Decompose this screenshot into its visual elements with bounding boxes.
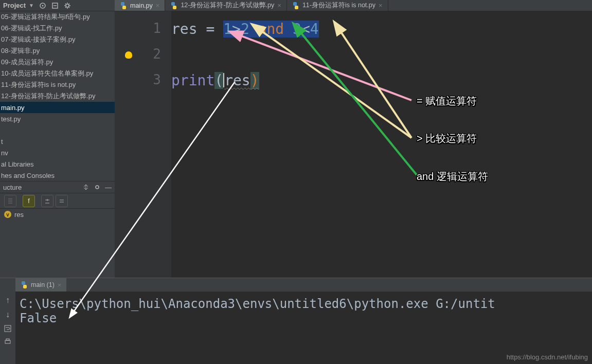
- extra-list: tnval Librarieshes and Consoles: [0, 136, 115, 181]
- file-item[interactable]: 09-成员运算符.py: [0, 57, 115, 68]
- python-icon: [21, 281, 28, 288]
- console-tab[interactable]: main (1) ×: [15, 278, 66, 292]
- file-item[interactable]: test.py: [0, 113, 115, 124]
- collapse-icon[interactable]: [51, 2, 59, 9]
- file-item[interactable]: 05-逻辑运算符结果与if语句.py: [0, 11, 115, 23]
- file-item[interactable]: 12-身份运算符-防止考试做弊.py: [0, 90, 115, 102]
- structure-label: ucture: [3, 184, 22, 191]
- code-line: [171, 46, 319, 72]
- project-toolbar: Project ▼: [0, 0, 115, 11]
- watermark: https://blog.csdn.net/ifubing: [507, 353, 588, 361]
- sort-icon[interactable]: [4, 195, 16, 207]
- collapse-all-icon[interactable]: [56, 195, 68, 207]
- editor-tab[interactable]: 11-身份运算符is is not.py×: [287, 0, 388, 11]
- tab-label: 11-身份运算符is is not.py: [302, 1, 375, 10]
- editor-tab[interactable]: 12-身份运算符-防止考试做弊.py×: [165, 0, 287, 11]
- console-tab-label: main (1): [31, 281, 55, 288]
- tab-label: main.py: [130, 2, 153, 9]
- structure-variable[interactable]: v res: [0, 209, 115, 220]
- file-item[interactable]: 10-成员运算符失信名单案例.py: [0, 68, 115, 79]
- annotation-logic: and 逻辑运算符: [417, 170, 488, 184]
- tree-item[interactable]: t: [0, 136, 115, 147]
- project-label[interactable]: Project: [3, 2, 26, 9]
- up-arrow-icon[interactable]: ↑: [6, 296, 10, 305]
- svg-point-1: [42, 5, 43, 6]
- variable-name: res: [14, 211, 24, 219]
- editor-tabs: main.py×12-身份运算符-防止考试做弊.py×11-身份运算符is is…: [115, 0, 592, 11]
- tree-item[interactable]: al Libraries: [0, 158, 115, 170]
- tree-item[interactable]: nv: [0, 147, 115, 158]
- wrap-icon[interactable]: [4, 324, 12, 333]
- close-icon[interactable]: ×: [277, 2, 281, 9]
- line-number: 3: [115, 72, 171, 98]
- structure-panel-header: ucture —: [0, 181, 115, 193]
- gear-icon[interactable]: [64, 2, 71, 9]
- line-number: 2: [115, 46, 171, 72]
- annotation-assign: = 赋值运算符: [417, 94, 477, 108]
- file-item[interactable]: 07-逻辑或-接孩子案例.py: [0, 34, 115, 45]
- structure-toolbar: f: [0, 193, 115, 209]
- svg-rect-7: [5, 340, 10, 343]
- code-line: res = 1>2 and 3<4: [171, 21, 319, 46]
- expand-icon[interactable]: [82, 184, 89, 191]
- console-tabs: main (1) ×: [0, 278, 592, 292]
- tab-label: 12-身份运算符-防止考试做弊.py: [181, 1, 274, 10]
- code-line: print(res): [171, 72, 319, 98]
- close-icon[interactable]: ×: [156, 2, 160, 9]
- close-icon[interactable]: ×: [379, 2, 383, 9]
- console-output[interactable]: C:\Users\python_hui\Anaconda3\envs\untit…: [20, 297, 495, 325]
- python-icon: [120, 2, 127, 9]
- selected-text: 1>2 and 3<4: [223, 21, 318, 38]
- file-item[interactable]: 11-身份运算符is is not.py: [0, 79, 115, 90]
- editor-area: 1 2 3 res = 1>2 and 3<4 print(res): [115, 11, 592, 278]
- file-item[interactable]: 06-逻辑或-找工作.py: [0, 23, 115, 34]
- file-item[interactable]: main.py: [0, 102, 115, 113]
- console-panel: main (1) × ↑ ↓ C:\Users\python_hui\Anaco…: [0, 278, 592, 364]
- annotation-compare: > 比较运算符: [417, 132, 477, 145]
- python-icon: [292, 2, 299, 9]
- python-icon: [170, 2, 177, 9]
- console-side-toolbar: ↑ ↓: [0, 292, 15, 364]
- print-icon[interactable]: [4, 338, 12, 346]
- gear-icon[interactable]: [94, 184, 101, 191]
- filter-fields-icon[interactable]: f: [23, 195, 35, 207]
- project-dropdown-icon[interactable]: ▼: [29, 3, 34, 8]
- tree-item[interactable]: hes and Consoles: [0, 170, 115, 181]
- editor-tab[interactable]: main.py×: [115, 0, 165, 11]
- file-item[interactable]: 08-逻辑非.py: [0, 45, 115, 57]
- svg-point-4: [66, 4, 69, 7]
- target-icon[interactable]: [39, 2, 46, 9]
- file-list: 05-逻辑运算符结果与if语句.py06-逻辑或-找工作.py07-逻辑或-接孩…: [0, 11, 115, 124]
- bulb-icon[interactable]: [125, 51, 132, 59]
- down-arrow-icon[interactable]: ↓: [6, 310, 10, 319]
- code-area[interactable]: res = 1>2 and 3<4 print(res): [171, 11, 319, 278]
- expand-all-icon[interactable]: [41, 195, 53, 207]
- minimize-icon[interactable]: —: [105, 184, 112, 191]
- line-number: 1: [115, 21, 171, 46]
- variable-badge-icon: v: [4, 211, 11, 218]
- close-icon[interactable]: ×: [58, 281, 62, 289]
- svg-rect-8: [6, 339, 9, 340]
- svg-point-5: [96, 186, 99, 189]
- line-gutter: 1 2 3: [115, 11, 171, 278]
- project-sidebar: 05-逻辑运算符结果与if语句.py06-逻辑或-找工作.py07-逻辑或-接孩…: [0, 11, 115, 278]
